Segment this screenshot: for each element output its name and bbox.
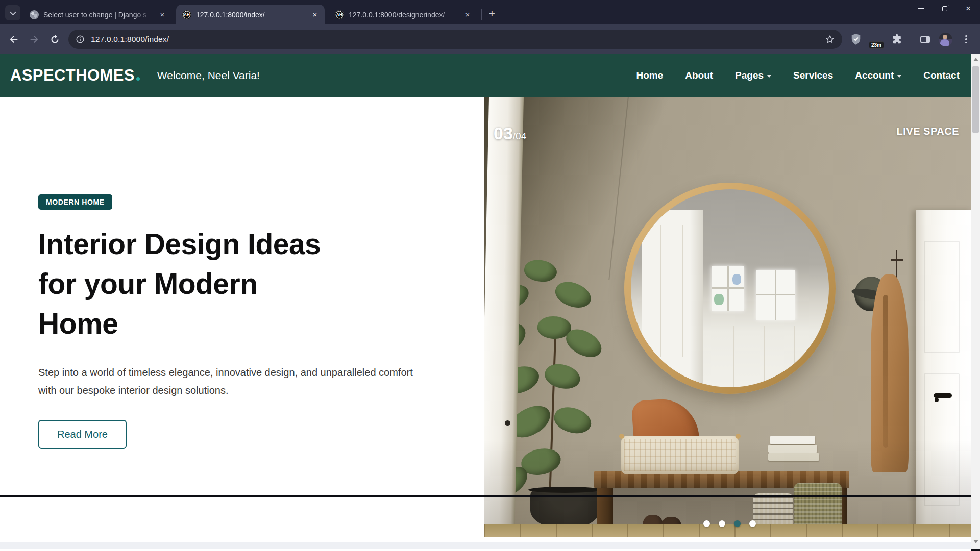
side-panel-icon [920, 36, 930, 43]
tab-title: 127.0.0.1:8000/designerindex/ [349, 11, 458, 19]
tab-close-icon[interactable]: × [463, 10, 472, 19]
slide-counter: 03/04 [494, 123, 526, 143]
tab-strip: Select user to change | Django s × AH 12… [0, 0, 980, 24]
tab-title: Select user to change | Django s [43, 11, 153, 19]
paragraph-line: Step into a world of timeless elegance, … [38, 364, 484, 382]
carousel-dot-4[interactable] [749, 520, 756, 527]
globe-favicon-icon [30, 10, 39, 19]
heading-line: Home [38, 304, 484, 343]
reload-button[interactable] [48, 33, 61, 46]
nav-label: Pages [735, 70, 764, 81]
chevron-down-icon [10, 9, 16, 15]
address-bar[interactable]: 127.0.0.1:8000/index/ [68, 30, 842, 49]
carousel-dot-3-active[interactable] [734, 520, 741, 527]
caret-down-icon [767, 75, 771, 78]
tab-close-icon[interactable]: × [310, 10, 320, 19]
timer-extension-icon[interactable]: 23m [870, 33, 883, 46]
kebab-dot [965, 38, 967, 40]
nav-label: Account [855, 70, 894, 81]
carousel-dots [703, 520, 756, 527]
nav-link-services[interactable]: Services [793, 70, 833, 81]
back-arrow-icon [8, 34, 19, 45]
nav-label: About [685, 70, 713, 81]
nav-label: Services [793, 70, 833, 81]
back-button[interactable] [7, 33, 20, 46]
tab-django-admin[interactable]: Select user to change | Django s × [23, 5, 172, 24]
minimize-icon [918, 8, 924, 9]
site-navbar: ASPECTHOMES Welcome, Neel Varia! Home Ab… [0, 54, 971, 97]
hero-section: MODERN HOME Interior Design Ideas for yo… [0, 97, 971, 537]
nav-label: Contact [923, 70, 960, 81]
site-logo[interactable]: ASPECTHOMES [10, 66, 140, 85]
scroll-up-arrow-icon[interactable] [973, 58, 978, 61]
bookmark-star-icon[interactable] [825, 34, 835, 44]
url-text[interactable]: 127.0.0.1:8000/index/ [91, 35, 819, 44]
profile-avatar[interactable] [939, 33, 952, 46]
read-more-button[interactable]: Read More [38, 420, 127, 449]
paragraph-line: with our bespoke interior design solutio… [38, 382, 484, 399]
logo-dot-icon [136, 77, 140, 81]
nav-link-pages[interactable]: Pages [735, 70, 771, 81]
tab-divider [481, 9, 482, 20]
minimize-button[interactable] [910, 0, 933, 17]
heading-line: Interior Design Ideas [38, 224, 484, 264]
nav-link-account[interactable]: Account [855, 70, 901, 81]
caret-down-icon [897, 75, 901, 78]
nav-link-home[interactable]: Home [636, 70, 663, 81]
toolbar-divider [911, 34, 911, 45]
window-controls: × [910, 0, 980, 17]
extensions-puzzle-icon[interactable] [890, 33, 903, 46]
ah-favicon-icon: AH [335, 10, 344, 19]
scroll-down-arrow-icon[interactable] [973, 540, 978, 543]
forward-button[interactable] [28, 33, 41, 46]
tab-designerindex[interactable]: AH 127.0.0.1:8000/designerindex/ × [329, 5, 477, 24]
welcome-message: Welcome, Neel Varia! [157, 69, 260, 82]
shield-extension-icon[interactable] [849, 33, 863, 46]
nav-link-about[interactable]: About [685, 70, 713, 81]
logo-text: ASPECTHOMES [10, 66, 135, 84]
slide-current: 03 [494, 123, 513, 143]
tab-title: 127.0.0.1:8000/index/ [196, 11, 306, 19]
tab-index-active[interactable]: AH 127.0.0.1:8000/index/ × [176, 5, 325, 24]
vertical-scrollbar[interactable] [971, 54, 980, 549]
window-bottom-edge [0, 495, 980, 497]
slide-total: /04 [513, 131, 526, 141]
maximize-button[interactable] [933, 0, 957, 17]
kebab-dot [965, 42, 967, 44]
carousel-dot-1[interactable] [703, 520, 710, 527]
new-tab-button[interactable]: + [485, 7, 499, 21]
nav-label: Home [636, 70, 663, 81]
hero-content: MODERN HOME Interior Design Ideas for yo… [0, 97, 484, 537]
hero-paragraph: Step into a world of timeless elegance, … [38, 364, 484, 399]
carousel-dot-2[interactable] [719, 520, 725, 527]
kebab-dot [965, 35, 967, 37]
slide-tag-label: LIVE SPACE [897, 126, 959, 137]
category-badge: MODERN HOME [38, 194, 112, 210]
nav-links: Home About Pages Services Account Contac… [636, 70, 960, 81]
forward-arrow-icon [29, 34, 40, 45]
horizontal-scrollbar[interactable] [0, 542, 971, 549]
webpage-viewport: ASPECTHOMES Welcome, Neel Varia! Home Ab… [0, 54, 971, 551]
heading-line: for your Modern [38, 264, 484, 304]
side-panel-button[interactable] [918, 33, 932, 46]
reload-icon [50, 34, 60, 45]
tab-search-button[interactable] [5, 5, 20, 20]
browser-menu-button[interactable] [960, 33, 973, 46]
close-button[interactable]: × [957, 0, 980, 17]
site-info-icon[interactable] [76, 35, 85, 44]
floor-shading [484, 97, 971, 537]
ah-favicon-icon: AH [182, 10, 191, 19]
browser-toolbar: 127.0.0.1:8000/index/ 23m [0, 24, 980, 54]
hero-heading: Interior Design Ideas for your Modern Ho… [38, 224, 484, 343]
hero-slider-image: 03/04 LIVE SPACE [484, 97, 971, 537]
scrollbar-thumb[interactable] [972, 66, 979, 133]
tab-close-icon[interactable]: × [158, 10, 167, 19]
timer-badge: 23m [869, 41, 884, 49]
restore-icon [942, 6, 947, 11]
nav-link-contact[interactable]: Contact [923, 70, 960, 81]
